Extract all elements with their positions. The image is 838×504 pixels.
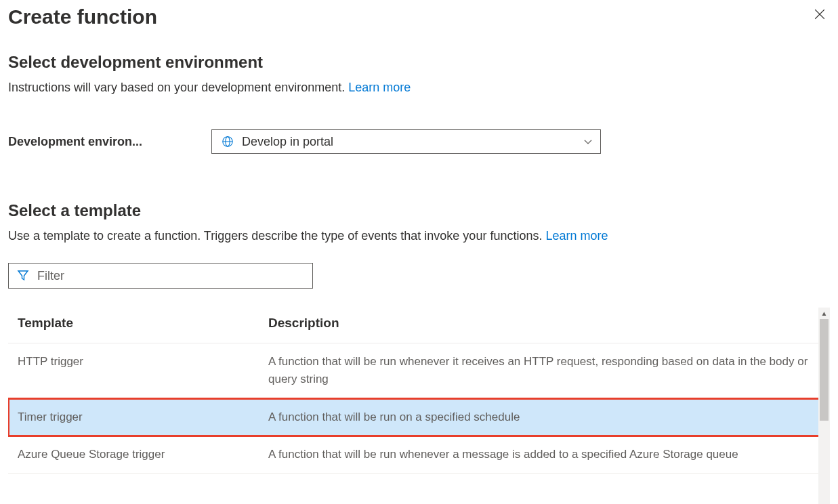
filter-icon [17,270,29,282]
env-section-heading: Select development environment [8,53,830,72]
filter-input[interactable] [37,269,304,283]
close-icon [814,8,826,20]
template-name: Azure Queue Storage trigger [8,436,259,474]
svg-marker-5 [18,271,28,280]
chevron-down-icon [583,136,593,147]
env-section-subtext: Instructions will vary based on your dev… [8,79,830,97]
close-button[interactable] [810,5,830,26]
table-row[interactable]: HTTP trigger A function that will be run… [8,343,822,399]
template-name: HTTP trigger [8,343,259,399]
filter-box[interactable] [8,263,313,289]
template-section-heading: Select a template [8,201,830,220]
dropdown-selected-value: Develop in portal [242,135,333,149]
template-instructions-text: Use a template to create a function. Tri… [8,229,545,243]
template-description: A function that will be run on a specifi… [259,398,822,436]
scrollbar-thumb[interactable] [820,319,829,421]
table-row[interactable]: Azure Queue Storage trigger A function t… [8,436,822,474]
page-title: Create function [8,5,157,28]
template-learn-more-link[interactable]: Learn more [545,229,608,243]
table-row[interactable]: Timer trigger A function that will be ru… [8,398,822,436]
env-field-label: Development environ... [8,135,211,149]
scrollbar-up-arrow-icon[interactable]: ▲ [818,308,830,319]
table-header-template[interactable]: Template [8,308,259,343]
development-environment-dropdown[interactable]: Develop in portal [211,129,601,154]
template-section-subtext: Use a template to create a function. Tri… [8,227,830,245]
template-name: Timer trigger [8,398,259,436]
template-description: A function that will be run whenever a m… [259,436,822,474]
template-table: Template Description HTTP trigger A func… [8,308,822,474]
env-instructions-text: Instructions will vary based on your dev… [8,81,348,94]
scrollbar[interactable]: ▲ [818,308,830,504]
template-description: A function that will be run whenever it … [259,343,822,399]
globe-icon [222,135,234,148]
env-learn-more-link[interactable]: Learn more [348,81,411,94]
table-header-description[interactable]: Description [259,308,822,343]
